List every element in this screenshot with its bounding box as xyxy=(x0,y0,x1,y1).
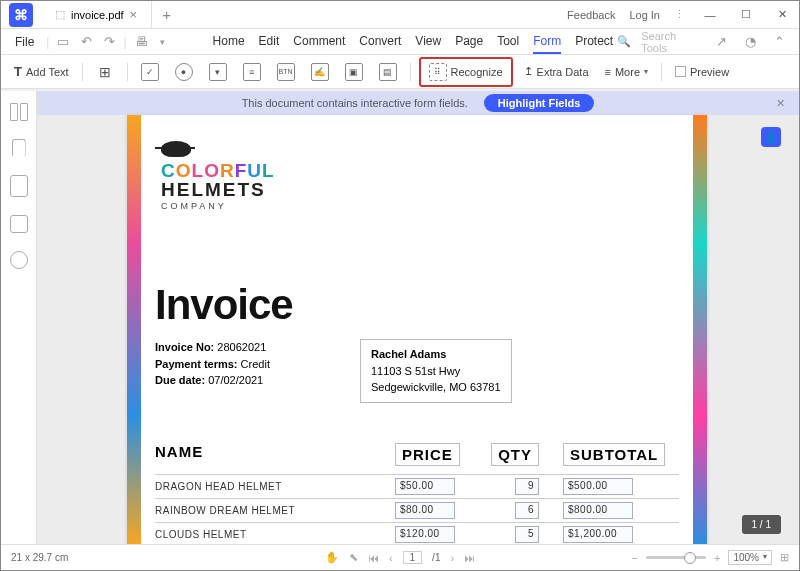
helmet-icon xyxy=(161,141,191,157)
next-page-icon[interactable]: › xyxy=(450,552,454,564)
tab-page[interactable]: Page xyxy=(455,30,483,54)
pdf-page: COLORFUL HELMETS COMPANY Invoice Invoice… xyxy=(127,115,707,544)
first-page-icon[interactable]: ⏮ xyxy=(368,552,379,564)
form-align-button[interactable]: ⊞ xyxy=(91,60,119,84)
date-field-button[interactable]: ▤ xyxy=(374,60,402,84)
hand-tool-icon[interactable]: ✋ xyxy=(325,551,339,564)
price-field[interactable]: $120.00 xyxy=(395,526,455,543)
print-icon[interactable]: 🖶 xyxy=(131,34,152,49)
table-row: RAINBOW DREAM HELMET $80.00 6 $800.00 xyxy=(155,498,679,522)
search-panel-icon[interactable] xyxy=(10,251,28,269)
banner-close-icon[interactable]: ✕ xyxy=(776,97,785,110)
form-banner: This document contains interactive form … xyxy=(37,91,799,115)
highlight-fields-button[interactable]: Highlight Fields xyxy=(484,94,595,112)
invoice-title: Invoice xyxy=(155,281,679,329)
decorative-stripe-left xyxy=(127,115,141,544)
user-badge-icon[interactable]: 👤 xyxy=(761,127,781,147)
tab-add-icon[interactable]: + xyxy=(152,6,181,23)
search-icon[interactable]: 🔍 xyxy=(617,35,631,48)
left-sidebar xyxy=(1,91,37,544)
open-icon[interactable]: ▭ xyxy=(53,34,73,49)
titlebar: ⌘ ⬚ invoice.pdf × + Feedback Log In ⋮ — … xyxy=(1,1,799,29)
tab-edit[interactable]: Edit xyxy=(259,30,280,54)
table-row: DRAGON HEAD HELMET $50.00 9 $500.00 xyxy=(155,474,679,498)
page-dimensions: 21 x 29.7 cm xyxy=(11,552,68,563)
add-text-button[interactable]: TAdd Text xyxy=(9,61,74,82)
page-input[interactable]: 1 xyxy=(403,551,423,564)
tab-tool[interactable]: Tool xyxy=(497,30,519,54)
more-button[interactable]: ≡More▾ xyxy=(600,63,653,81)
recognize-button[interactable]: ⠿Recognize xyxy=(419,57,513,87)
brand-line3: COMPANY xyxy=(161,201,679,211)
signature-field-button[interactable]: ✍ xyxy=(306,60,334,84)
chevron-down-icon[interactable]: ▾ xyxy=(156,37,169,47)
qty-field[interactable]: 6 xyxy=(515,502,539,519)
undo-icon[interactable]: ↶ xyxy=(77,34,96,49)
zoom-select[interactable]: 100%▾ xyxy=(728,550,772,565)
page-icon[interactable] xyxy=(10,215,28,233)
statusbar: 21 x 29.7 cm ✋ ⬉ ⏮ ‹ 1 /1 › ⏭ − + 100%▾ … xyxy=(1,544,799,570)
price-field[interactable]: $50.00 xyxy=(395,478,455,495)
listbox-field-button[interactable]: ≡ xyxy=(238,60,266,84)
qty-field[interactable]: 5 xyxy=(515,526,539,543)
tab-comment[interactable]: Comment xyxy=(293,30,345,54)
fit-page-icon[interactable]: ⊞ xyxy=(780,551,789,564)
subtotal-field[interactable]: $800.00 xyxy=(563,502,633,519)
tab-form[interactable]: Form xyxy=(533,30,561,54)
hamburger-icon: ≡ xyxy=(605,66,611,78)
page-indicator: 1 / 1 xyxy=(742,515,781,534)
select-tool-icon[interactable]: ⬉ xyxy=(349,551,358,564)
zoom-out-icon[interactable]: − xyxy=(632,552,638,564)
extra-data-button[interactable]: ↥Extra Data xyxy=(519,62,594,81)
radio-field-button[interactable]: ● xyxy=(170,60,198,84)
redo-icon[interactable]: ↷ xyxy=(100,34,119,49)
thumbnails-icon[interactable] xyxy=(10,103,28,121)
tab-home[interactable]: Home xyxy=(213,30,245,54)
table-row: CLOUDS HELMET $120.00 5 $1,200.00 xyxy=(155,522,679,545)
preview-toggle[interactable]: Preview xyxy=(670,63,734,81)
brand-line2: HELMETS xyxy=(161,180,679,199)
tab-close-icon[interactable]: × xyxy=(130,7,138,22)
feedback-link[interactable]: Feedback xyxy=(567,9,615,21)
prev-page-icon[interactable]: ‹ xyxy=(389,552,393,564)
maximize-icon[interactable]: ☐ xyxy=(735,4,757,26)
file-menu[interactable]: File xyxy=(7,35,42,49)
company-logo: COLORFUL HELMETS COMPANY xyxy=(161,141,679,211)
login-link[interactable]: Log In xyxy=(629,9,660,21)
close-window-icon[interactable]: ✕ xyxy=(771,4,793,26)
app-logo[interactable]: ⌘ xyxy=(9,3,33,27)
tab-convert[interactable]: Convert xyxy=(359,30,401,54)
invoice-meta: Invoice No: 28062021 Payment terms: Cred… xyxy=(155,339,270,403)
subtotal-field[interactable]: $1,200.00 xyxy=(563,526,633,543)
zoom-in-icon[interactable]: + xyxy=(714,552,720,564)
checkbox-field-button[interactable]: ✓ xyxy=(136,60,164,84)
tab-filename: invoice.pdf xyxy=(71,9,124,21)
cloud-icon[interactable]: ◔ xyxy=(741,34,760,49)
banner-text: This document contains interactive form … xyxy=(242,97,468,109)
document-tab[interactable]: ⬚ invoice.pdf × xyxy=(41,1,152,28)
expand-icon[interactable]: ⌃ xyxy=(770,34,789,49)
subtotal-field[interactable]: $500.00 xyxy=(563,478,633,495)
button-field-button[interactable]: BTN xyxy=(272,60,300,84)
bookmark-icon[interactable] xyxy=(12,139,26,157)
zoom-slider[interactable] xyxy=(646,556,706,559)
share-icon[interactable]: ↗ xyxy=(712,34,731,49)
page-total: /1 xyxy=(432,552,440,563)
search-tools-text[interactable]: Search Tools xyxy=(641,30,702,54)
table-header: NAME PRICE QTY SUBTOTAL xyxy=(155,443,679,466)
customer-box: Rachel Adams 11103 S 51st Hwy Sedgewickv… xyxy=(360,339,512,403)
brand-line1: COLORFUL xyxy=(161,161,679,180)
price-field[interactable]: $80.00 xyxy=(395,502,455,519)
dropdown-field-button[interactable]: ▾ xyxy=(204,60,232,84)
last-page-icon[interactable]: ⏭ xyxy=(464,552,475,564)
minimize-icon[interactable]: — xyxy=(699,4,721,26)
image-field-button[interactable]: ▣ xyxy=(340,60,368,84)
checkbox-icon xyxy=(675,66,686,77)
tab-view[interactable]: View xyxy=(415,30,441,54)
qty-field[interactable]: 9 xyxy=(515,478,539,495)
attachments-icon[interactable] xyxy=(10,175,28,197)
menubar: File | ▭ ↶ ↷ | 🖶 ▾ Home Edit Comment Con… xyxy=(1,29,799,55)
kebab-menu-icon[interactable]: ⋮ xyxy=(674,8,685,21)
main-tabs: Home Edit Comment Convert View Page Tool… xyxy=(213,30,614,54)
tab-protect[interactable]: Protect xyxy=(575,30,613,54)
